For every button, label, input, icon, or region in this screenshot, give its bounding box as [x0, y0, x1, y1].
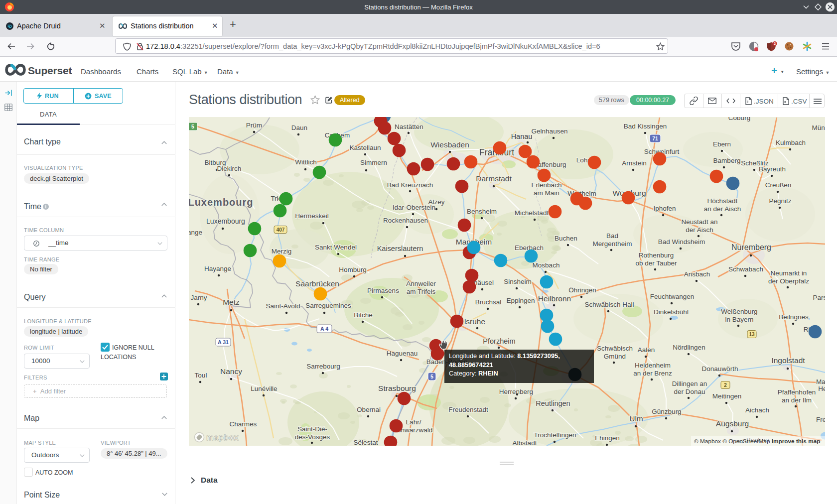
svg-text:Nastätten: Nastätten [395, 123, 423, 130]
svg-text:Simmern: Simmern [360, 159, 387, 166]
svg-text:Nuremberg: Nuremberg [731, 243, 771, 252]
svg-text:häusel: häusel [474, 279, 494, 286]
svg-text:Iphofen: Iphofen [653, 205, 676, 212]
svg-text:Saint-Dié-: Saint-Dié- [297, 425, 327, 433]
svg-text:Höchstadt: Höchstadt [707, 197, 737, 205]
svg-text:Ebern: Ebern [712, 140, 730, 148]
svg-text:Bad Windsheim: Bad Windsheim [658, 238, 705, 246]
svg-text:Freudenstadt: Freudenstadt [448, 406, 488, 413]
svg-text:Sinsheim: Sinsheim [504, 278, 532, 285]
svg-text:Heidenheim: Heidenheim [634, 362, 670, 369]
svg-text:Prüm: Prüm [246, 122, 262, 129]
svg-text:48.8859674221: 48.8859674221 [449, 361, 493, 369]
svg-text:Münc: Münc [812, 124, 825, 131]
svg-text:an der Aisch: an der Aisch [703, 205, 740, 213]
svg-text:A 31: A 31 [218, 339, 229, 345]
svg-text:Öhringen: Öhringen [568, 286, 596, 294]
svg-text:Neustadt an: Neustadt an [681, 218, 717, 226]
svg-text:Ansbach: Ansbach [684, 270, 710, 278]
svg-text:He: He [818, 385, 825, 392]
svg-text:Mosbach: Mosbach [532, 261, 559, 269]
svg-text:Arnstein: Arnstein [622, 159, 647, 167]
svg-text:Bayreuth: Bayreuth [758, 165, 785, 173]
svg-text:Meitingen: Meitingen [712, 392, 741, 400]
svg-text:ob der Tauber: ob der Tauber [635, 259, 677, 267]
svg-text:Donauwörth: Donauwörth [701, 365, 738, 373]
svg-text:Bitche: Bitche [354, 311, 373, 319]
svg-text:Reutlingen: Reutlingen [536, 399, 570, 407]
svg-text:Sarrebourg: Sarrebourg [306, 363, 340, 370]
svg-text:Mair: Mair [816, 378, 825, 385]
svg-text:Dinkelsbühl: Dinkelsbühl [654, 308, 689, 316]
svg-text:Kaiserslautern: Kaiserslautern [377, 245, 423, 252]
svg-text:2: 2 [724, 382, 727, 388]
svg-text:Weißenburg: Weißenburg [721, 308, 757, 315]
svg-text:Hanau: Hanau [511, 132, 532, 140]
svg-text:Jarny: Jarny [190, 294, 207, 301]
svg-text:© Mapbox © OpenStreetMap Impro: © Mapbox © OpenStreetMap Improve this ma… [694, 438, 820, 445]
svg-text:in Bayern: in Bayern [725, 316, 753, 323]
svg-text:Aalen: Aalen [637, 346, 655, 354]
svg-text:Günzburg: Günzburg [652, 408, 681, 415]
svg-text:Sarreguemines: Sarreguemines [305, 302, 351, 309]
svg-text:Coburg: Coburg [728, 117, 750, 122]
svg-text:Lunéville: Lunéville [251, 385, 277, 392]
svg-text:Mergentheim: Mergentheim [592, 240, 632, 248]
svg-text:Strasbourg: Strasbourg [378, 384, 416, 392]
svg-text:407: 407 [276, 227, 284, 233]
svg-text:Sélestat: Sélestat [353, 439, 378, 446]
svg-text:Creußen: Creußen [765, 181, 791, 189]
svg-text:Beilngries: Beilngries [779, 313, 809, 321]
svg-text:Kastellaun: Kastellaun [349, 144, 381, 151]
svg-text:Schwabach: Schwabach [728, 265, 763, 273]
svg-text:Schwäbisch: Schwäbisch [596, 345, 632, 352]
svg-text:des-Vosges: des-Vosges [294, 433, 330, 441]
svg-text:Heilbronn: Heilbronn [538, 294, 570, 303]
svg-text:Albstadt: Albstadt [512, 439, 537, 446]
svg-text:Nördlingen: Nördlingen [673, 344, 705, 351]
svg-text:an der Brenz: an der Brenz [633, 370, 672, 377]
svg-text:mapbox: mapbox [206, 433, 239, 442]
svg-text:Pegnitz: Pegnitz [769, 197, 791, 205]
svg-text:Trochtelfingen: Trochtelfingen [534, 431, 576, 439]
svg-text:Pforzheim: Pforzheim [483, 337, 515, 345]
svg-text:Eppingen: Eppingen [506, 297, 535, 304]
svg-text:Luxembourg: Luxembourg [189, 197, 254, 208]
svg-text:2: 2 [774, 41, 776, 46]
svg-text:Feuchtwangen: Feuchtwangen [650, 293, 694, 300]
svg-text:13: 13 [749, 332, 755, 337]
svg-text:Rothenburg: Rothenburg [638, 252, 674, 259]
svg-text:Haguenau: Haguenau [386, 350, 417, 357]
svg-text:Schwäbisch Hall: Schwäbisch Hall [584, 301, 634, 308]
svg-text:Kulmbach: Kulmbach [775, 139, 805, 146]
svg-text:Rockenhausen: Rockenhausen [383, 217, 427, 224]
svg-text:Diekirch: Diekirch [217, 165, 241, 172]
svg-text:Freis: Freis [816, 416, 825, 423]
svg-text:Bamberg: Bamberg [713, 157, 740, 164]
svg-text:Bensheim: Bensheim [466, 208, 496, 215]
svg-text:Luxembourg: Luxembourg [206, 217, 245, 225]
svg-text:5: 5 [430, 374, 433, 379]
svg-text:Bad Kreuznach: Bad Kreuznach [387, 181, 432, 189]
svg-text:71: 71 [652, 135, 658, 141]
svg-text:Hermeskeil: Hermeskeil [295, 212, 329, 220]
svg-text:der Oberpfalz: der Oberpfalz [768, 277, 809, 285]
svg-text:Toul: Toul [194, 372, 207, 379]
svg-text:Gelnhausen: Gelnhausen [531, 127, 567, 135]
svg-text:Alzey: Alzey [428, 198, 444, 206]
svg-text:Hayange: Hayange [204, 265, 231, 272]
svg-text:am Trifels: am Trifels [406, 288, 435, 295]
svg-text:Wiesbaden: Wiesbaden [430, 140, 469, 149]
svg-text:5: 5 [191, 124, 194, 129]
svg-text:Ehingen: Ehingen [595, 434, 620, 442]
svg-text:Michelstadt: Michelstadt [514, 209, 549, 217]
svg-text:affenburg: affenburg [538, 161, 566, 168]
svg-text:Buchen: Buchen [555, 235, 577, 242]
svg-text:Obernai: Obernai [356, 406, 380, 413]
svg-text:am Main: am Main [534, 189, 559, 197]
svg-text:Pirmasens: Pirmasens [367, 287, 399, 294]
svg-text:Longitude and Latitude: 8.1359: Longitude and Latitude: 8.1359273095, [449, 352, 560, 360]
svg-text:Ingolstadt: Ingolstadt [771, 356, 805, 365]
svg-text:Augsburg: Augsburg [715, 419, 748, 428]
svg-text:Ulm: Ulm [629, 414, 643, 423]
